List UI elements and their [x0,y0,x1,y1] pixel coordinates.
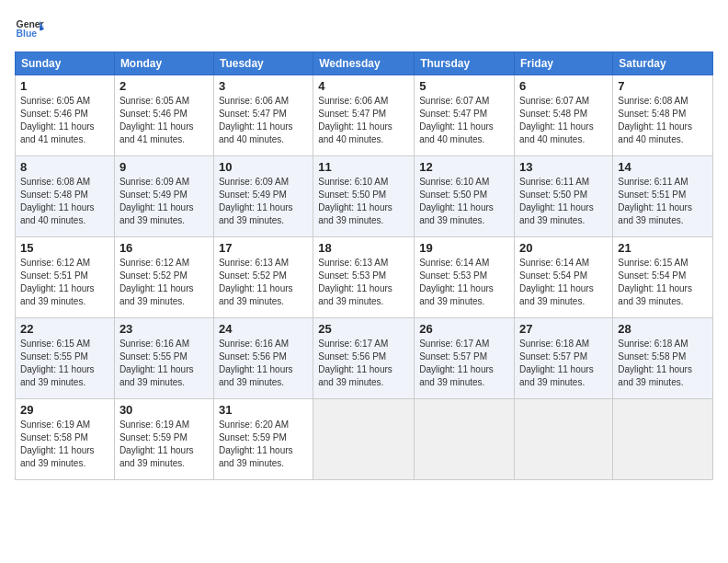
calendar-cell: 19Sunrise: 6:14 AMSunset: 5:53 PMDayligh… [415,237,515,318]
calendar-cell [313,399,415,480]
calendar-week-row: 22Sunrise: 6:15 AMSunset: 5:55 PMDayligh… [16,318,713,399]
calendar-cell: 13Sunrise: 6:11 AMSunset: 5:50 PMDayligh… [515,156,613,237]
calendar-cell: 27Sunrise: 6:18 AMSunset: 5:57 PMDayligh… [515,318,613,399]
calendar-cell: 2Sunrise: 6:05 AMSunset: 5:46 PMDaylight… [114,75,213,156]
calendar-cell: 31Sunrise: 6:20 AMSunset: 5:59 PMDayligh… [213,399,313,480]
day-info: Sunrise: 6:19 AMSunset: 5:58 PMDaylight:… [20,419,109,470]
calendar-day-header: Monday [114,52,213,75]
calendar-cell: 16Sunrise: 6:12 AMSunset: 5:52 PMDayligh… [114,237,213,318]
day-number: 22 [20,322,109,336]
calendar-cell: 23Sunrise: 6:16 AMSunset: 5:55 PMDayligh… [114,318,213,399]
calendar-day-header: Friday [515,52,613,75]
day-info: Sunrise: 6:11 AMSunset: 5:50 PMDaylight:… [519,176,608,227]
calendar-day-header: Sunday [16,52,115,75]
day-number: 5 [419,79,509,93]
logo: General Blue [15,15,44,44]
day-number: 26 [419,322,509,336]
day-number: 28 [618,322,708,336]
day-info: Sunrise: 6:14 AMSunset: 5:53 PMDaylight:… [419,257,509,308]
calendar-cell: 6Sunrise: 6:07 AMSunset: 5:48 PMDaylight… [515,75,613,156]
calendar-cell: 5Sunrise: 6:07 AMSunset: 5:47 PMDaylight… [415,75,515,156]
day-info: Sunrise: 6:10 AMSunset: 5:50 PMDaylight:… [419,176,509,227]
day-number: 21 [618,241,708,255]
day-info: Sunrise: 6:09 AMSunset: 5:49 PMDaylight:… [119,176,209,227]
day-number: 13 [519,160,608,174]
day-number: 2 [119,79,209,93]
day-info: Sunrise: 6:05 AMSunset: 5:46 PMDaylight:… [119,95,209,146]
day-number: 11 [318,160,409,174]
day-info: Sunrise: 6:07 AMSunset: 5:47 PMDaylight:… [419,95,509,146]
day-number: 20 [519,241,608,255]
day-info: Sunrise: 6:11 AMSunset: 5:51 PMDaylight:… [618,176,708,227]
calendar-cell: 18Sunrise: 6:13 AMSunset: 5:53 PMDayligh… [313,237,415,318]
day-number: 29 [20,403,109,417]
calendar-cell: 7Sunrise: 6:08 AMSunset: 5:48 PMDaylight… [613,75,713,156]
day-number: 12 [419,160,509,174]
day-number: 15 [20,241,109,255]
day-info: Sunrise: 6:20 AMSunset: 5:59 PMDaylight:… [219,419,308,470]
day-number: 7 [618,79,708,93]
calendar-cell: 4Sunrise: 6:06 AMSunset: 5:47 PMDaylight… [313,75,415,156]
calendar-cell [515,399,613,480]
day-info: Sunrise: 6:15 AMSunset: 5:54 PMDaylight:… [618,257,708,308]
day-number: 6 [519,79,608,93]
calendar-cell: 30Sunrise: 6:19 AMSunset: 5:59 PMDayligh… [114,399,213,480]
day-info: Sunrise: 6:10 AMSunset: 5:50 PMDaylight:… [318,176,409,227]
day-info: Sunrise: 6:07 AMSunset: 5:48 PMDaylight:… [519,95,608,146]
day-info: Sunrise: 6:12 AMSunset: 5:52 PMDaylight:… [119,257,209,308]
day-number: 17 [219,241,308,255]
day-info: Sunrise: 6:19 AMSunset: 5:59 PMDaylight:… [119,419,209,470]
day-number: 14 [618,160,708,174]
calendar-day-header: Tuesday [213,52,313,75]
day-info: Sunrise: 6:16 AMSunset: 5:56 PMDaylight:… [219,338,308,389]
day-info: Sunrise: 6:06 AMSunset: 5:47 PMDaylight:… [219,95,308,146]
day-number: 31 [219,403,308,417]
calendar-cell: 14Sunrise: 6:11 AMSunset: 5:51 PMDayligh… [613,156,713,237]
calendar-week-row: 8Sunrise: 6:08 AMSunset: 5:48 PMDaylight… [16,156,713,237]
calendar-cell: 9Sunrise: 6:09 AMSunset: 5:49 PMDaylight… [114,156,213,237]
calendar-cell: 25Sunrise: 6:17 AMSunset: 5:56 PMDayligh… [313,318,415,399]
calendar-cell: 17Sunrise: 6:13 AMSunset: 5:52 PMDayligh… [213,237,313,318]
day-info: Sunrise: 6:17 AMSunset: 5:57 PMDaylight:… [419,338,509,389]
calendar-week-row: 1Sunrise: 6:05 AMSunset: 5:46 PMDaylight… [16,75,713,156]
header-row: General Blue [15,15,713,44]
day-number: 24 [219,322,308,336]
day-number: 18 [318,241,409,255]
calendar-cell [415,399,515,480]
day-info: Sunrise: 6:08 AMSunset: 5:48 PMDaylight:… [20,176,109,227]
calendar-cell: 15Sunrise: 6:12 AMSunset: 5:51 PMDayligh… [16,237,115,318]
calendar-table: SundayMondayTuesdayWednesdayThursdayFrid… [15,52,713,480]
calendar-cell: 22Sunrise: 6:15 AMSunset: 5:55 PMDayligh… [16,318,115,399]
day-number: 30 [119,403,209,417]
calendar-cell: 24Sunrise: 6:16 AMSunset: 5:56 PMDayligh… [213,318,313,399]
calendar-cell: 3Sunrise: 6:06 AMSunset: 5:47 PMDaylight… [213,75,313,156]
calendar-cell: 10Sunrise: 6:09 AMSunset: 5:49 PMDayligh… [213,156,313,237]
calendar-header-row: SundayMondayTuesdayWednesdayThursdayFrid… [16,52,713,75]
calendar-cell: 21Sunrise: 6:15 AMSunset: 5:54 PMDayligh… [613,237,713,318]
day-number: 10 [219,160,308,174]
calendar-cell: 12Sunrise: 6:10 AMSunset: 5:50 PMDayligh… [415,156,515,237]
calendar-cell: 20Sunrise: 6:14 AMSunset: 5:54 PMDayligh… [515,237,613,318]
day-info: Sunrise: 6:13 AMSunset: 5:52 PMDaylight:… [219,257,308,308]
calendar-cell: 1Sunrise: 6:05 AMSunset: 5:46 PMDaylight… [16,75,115,156]
day-info: Sunrise: 6:12 AMSunset: 5:51 PMDaylight:… [20,257,109,308]
logo-icon: General Blue [15,15,44,44]
calendar-week-row: 29Sunrise: 6:19 AMSunset: 5:58 PMDayligh… [16,399,713,480]
day-number: 25 [318,322,409,336]
calendar-day-header: Saturday [613,52,713,75]
calendar-cell: 26Sunrise: 6:17 AMSunset: 5:57 PMDayligh… [415,318,515,399]
day-info: Sunrise: 6:15 AMSunset: 5:55 PMDaylight:… [20,338,109,389]
day-info: Sunrise: 6:14 AMSunset: 5:54 PMDaylight:… [519,257,608,308]
calendar-day-header: Wednesday [313,52,415,75]
calendar-cell: 28Sunrise: 6:18 AMSunset: 5:58 PMDayligh… [613,318,713,399]
calendar-day-header: Thursday [415,52,515,75]
day-info: Sunrise: 6:16 AMSunset: 5:55 PMDaylight:… [119,338,209,389]
day-info: Sunrise: 6:09 AMSunset: 5:49 PMDaylight:… [219,176,308,227]
day-number: 1 [20,79,109,93]
calendar-cell: 11Sunrise: 6:10 AMSunset: 5:50 PMDayligh… [313,156,415,237]
day-number: 4 [318,79,409,93]
day-info: Sunrise: 6:18 AMSunset: 5:58 PMDaylight:… [618,338,708,389]
calendar-cell: 29Sunrise: 6:19 AMSunset: 5:58 PMDayligh… [16,399,115,480]
svg-text:Blue: Blue [17,29,38,39]
day-number: 8 [20,160,109,174]
